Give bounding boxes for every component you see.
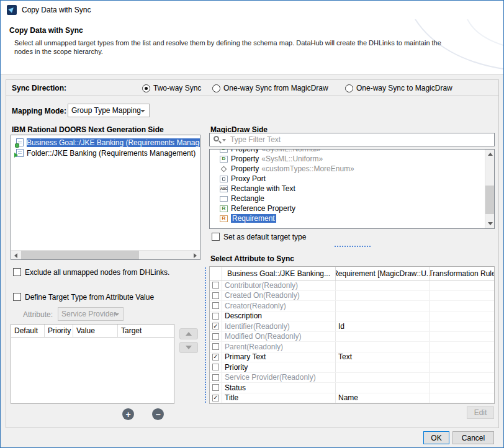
rectangle-with-text-icon: ABC	[220, 186, 228, 192]
description-line-1: Select all unmapped target types from th…	[14, 38, 441, 47]
horizontal-scrollbar[interactable]	[11, 250, 200, 259]
row-checkbox[interactable]	[212, 343, 219, 350]
column-header-rule: Transformation Rule	[430, 267, 494, 280]
attribute-row[interactable]: ✓ Title Name	[210, 393, 494, 404]
minus-icon: −	[155, 410, 160, 419]
attribute-rule	[430, 311, 494, 321]
attribute-rule	[430, 362, 494, 372]
remove-button[interactable]: −	[152, 408, 164, 420]
scroll-left-icon[interactable]	[11, 251, 20, 260]
attribute-row[interactable]: ✓ Identifier(Readonly) Id	[210, 321, 494, 332]
attribute-select-value: Service Provider	[61, 310, 116, 318]
doors-tree[interactable]: Business Goal::/JKE Banking (Requirement…	[11, 135, 200, 260]
property-icon: D	[220, 149, 228, 153]
doors-side-title: IBM Rational DOORS Next Generation Side	[12, 125, 164, 134]
attribute-row[interactable]: ✓ Primary Text Text	[210, 352, 494, 363]
scroll-up-icon[interactable]	[485, 150, 495, 159]
tree-item-property-uniform[interactable]: D Property «SysML::Uniform»	[210, 154, 494, 164]
radio-two-way-sync-label[interactable]: Two-way Sync	[153, 84, 201, 92]
mapping-mode-select[interactable]: Group Type Mapping	[68, 104, 150, 117]
sync-separator	[6, 96, 498, 96]
attribute-target	[336, 301, 430, 311]
attribute-name: Priority	[222, 362, 336, 372]
attribute-name: Modified On(Readonly)	[222, 332, 336, 342]
row-checkbox[interactable]	[212, 313, 219, 320]
row-checkbox[interactable]	[212, 292, 219, 299]
radio-one-way-from-magicdraw-label[interactable]: One-way Sync from MagicDraw	[223, 84, 328, 92]
row-checkbox-checked[interactable]: ✓	[212, 395, 219, 401]
row-checkbox[interactable]	[212, 333, 219, 340]
column-header-priority: Priority	[45, 325, 73, 337]
attribute-row[interactable]: Modified On(Readonly)	[210, 332, 494, 343]
vertical-scrollbar[interactable]	[485, 150, 494, 228]
scrollbar-thumb[interactable]	[485, 186, 495, 214]
attribute-name: Parent(Readonly)	[222, 342, 336, 352]
tree-item-rectangle-with-text[interactable]: ABC Rectangle with Text	[210, 184, 494, 194]
set-default-target-label[interactable]: Set as default target type	[223, 233, 306, 241]
row-checkbox[interactable]	[212, 374, 219, 381]
plus-icon: +	[125, 410, 130, 419]
tree-item-property-normal[interactable]: D Property «SysML::Normal»	[210, 149, 494, 154]
tree-item-property-moreenum[interactable]: Property «customTypes::MoreEnum»	[210, 164, 494, 174]
define-target-type-checkbox[interactable]	[13, 293, 21, 301]
attribute-rule	[430, 393, 494, 403]
tree-item-folder[interactable]: Folder::/JKE Banking (Requirements Manag…	[11, 148, 200, 158]
attribute-rule	[430, 383, 494, 393]
radio-one-way-to-magicdraw-label[interactable]: One-way Sync to MagicDraw	[356, 84, 452, 92]
attribute-name: Identifier(Readonly)	[222, 321, 336, 331]
business-goal-icon	[16, 138, 24, 146]
cancel-button[interactable]: Cancel	[452, 431, 494, 444]
proxy-port-icon	[220, 176, 228, 182]
folder-icon	[16, 149, 24, 157]
magicdraw-tree[interactable]: D Property «SysML::Normal» D Property «S…	[209, 149, 495, 229]
mapping-table-header: Default Priority Value Target	[11, 325, 174, 338]
set-default-target-checkbox[interactable]	[212, 233, 220, 241]
attribute-sync-table[interactable]: Business Goal::/JKE Banking... Requireme…	[209, 266, 495, 404]
define-target-type-label[interactable]: Define Target Type from Attribute Value	[25, 293, 154, 302]
row-checkbox[interactable]	[212, 282, 219, 289]
attribute-target	[336, 383, 430, 393]
row-checkbox-checked[interactable]: ✓	[212, 323, 219, 329]
attribute-name: Title	[222, 393, 336, 403]
horizontal-splitter-handle[interactable]	[335, 246, 371, 247]
property-icon: D	[220, 156, 228, 163]
add-button[interactable]: +	[122, 408, 134, 420]
tree-item-proxy-port[interactable]: Proxy Port	[210, 174, 494, 184]
scrollbar-thumb[interactable]	[21, 251, 139, 260]
attribute-row[interactable]: Creator(Readonly)	[210, 301, 494, 311]
dialog-heading: Copy Data with Sync	[9, 26, 83, 35]
tree-item-business-goal[interactable]: Business Goal::/JKE Banking (Requirement…	[11, 137, 200, 148]
tree-item-requirement[interactable]: R Requirement	[210, 213, 494, 223]
attribute-row[interactable]: Parent(Readonly)	[210, 342, 494, 352]
rectangle-icon	[220, 196, 228, 202]
scroll-right-icon[interactable]	[191, 251, 200, 260]
row-checkbox[interactable]	[212, 384, 219, 391]
attribute-row[interactable]: Status	[210, 383, 494, 393]
exclude-unmapped-checkbox[interactable]	[13, 268, 21, 276]
chevron-down-icon	[140, 110, 145, 112]
radio-two-way-sync[interactable]	[142, 84, 150, 92]
attribute-row[interactable]: Description	[210, 311, 494, 322]
attribute-target: Name	[336, 393, 430, 403]
attribute-row[interactable]: Contributor(Readonly)	[210, 280, 494, 291]
row-checkbox[interactable]	[212, 364, 219, 370]
ok-button[interactable]: OK	[423, 431, 449, 444]
row-checkbox-checked[interactable]: ✓	[212, 354, 219, 361]
vertical-splitter-handle[interactable]	[205, 267, 206, 403]
radio-one-way-from-magicdraw[interactable]	[212, 84, 220, 92]
attribute-row[interactable]: Priority	[210, 362, 494, 373]
attribute-rule	[430, 332, 494, 342]
radio-one-way-to-magicdraw[interactable]	[345, 84, 353, 92]
type-filter-input[interactable]: Type Filter Text	[209, 133, 495, 146]
scroll-down-icon[interactable]	[485, 219, 495, 228]
attribute-row[interactable]: Created On(Readonly)	[210, 291, 494, 302]
attribute-target	[336, 311, 430, 321]
chevron-down-icon	[114, 313, 119, 316]
tree-item-rectangle[interactable]: Rectangle	[210, 194, 494, 204]
attribute-row[interactable]: Service Provider(Readonly)	[210, 373, 494, 383]
tree-item-reference-property[interactable]: R Reference Property	[210, 204, 494, 213]
exclude-unmapped-label[interactable]: Exclude all unmapped nodes from DHLinks.	[25, 268, 169, 277]
row-checkbox[interactable]	[212, 302, 219, 309]
mapping-table[interactable]: Default Priority Value Target	[11, 324, 174, 404]
search-icon[interactable]	[213, 135, 227, 145]
